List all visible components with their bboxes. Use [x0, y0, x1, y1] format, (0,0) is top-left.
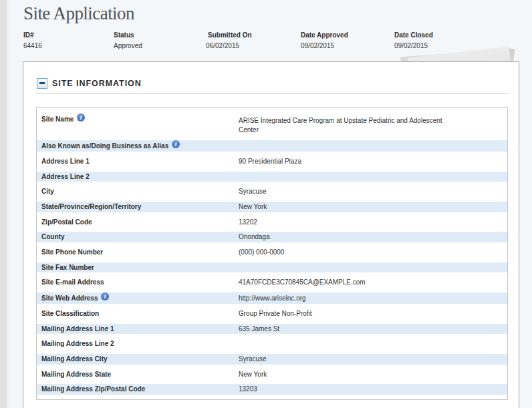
svg-text:i: i [80, 114, 82, 121]
svg-text:i: i [104, 292, 106, 300]
svg-text:i: i [175, 140, 177, 148]
